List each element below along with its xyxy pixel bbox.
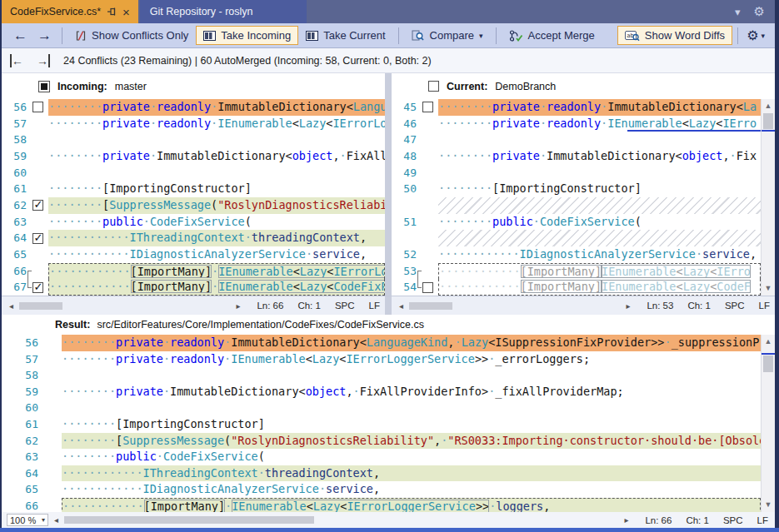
line-number: 60 <box>8 400 38 416</box>
show-word-diffs-button[interactable]: ab Show Word Diffs <box>617 26 732 45</box>
code-line[interactable]: 54············[ImportMany]IEnumerable<La… <box>392 279 761 296</box>
line-number: 45 <box>398 99 417 116</box>
line-checkbox[interactable] <box>32 102 43 112</box>
code-line[interactable]: 59········private·ImmutableDictionary<ob… <box>2 384 761 400</box>
code-line[interactable]: 46········private·readonly·IEnumerable<L… <box>392 116 761 132</box>
code-line[interactable]: 56········private·readonly·ImmutableDict… <box>2 99 385 116</box>
code-line[interactable]: 58 <box>2 132 385 148</box>
incoming-hscrollbar[interactable] <box>17 302 232 310</box>
take-incoming-button[interactable]: Take Incoming <box>196 26 298 45</box>
code-line[interactable]: 61········[ImportingConstructor] <box>2 181 385 197</box>
code-line[interactable]: 60 <box>2 165 385 181</box>
code-line[interactable]: 66············[ImportMany]·IEnumerable<L… <box>2 498 761 512</box>
line-number: 56 <box>8 99 27 116</box>
code-line[interactable]: 66············[ImportMany]·IEnumerable<L… <box>2 263 385 280</box>
line-number: 67 <box>8 279 27 296</box>
code-line[interactable]: 65············IDiagnosticAnalyzerService… <box>2 246 385 263</box>
code-line[interactable]: 50········[ImportingConstructor] <box>392 181 761 197</box>
window-bottom-border <box>0 528 779 532</box>
code-line[interactable]: 51········public·CodeFixService( <box>392 214 761 231</box>
close-icon[interactable]: × <box>122 6 130 18</box>
line-number: 65 <box>8 481 38 498</box>
pane-divider[interactable] <box>385 73 392 296</box>
line-checkbox[interactable] <box>32 282 43 293</box>
line-number <box>398 197 417 214</box>
dropdown-arrow-icon: ▾ <box>479 32 483 40</box>
code-line[interactable]: 58 <box>2 367 761 384</box>
code-line[interactable]: 56········private·readonly·ImmutableDict… <box>2 335 761 351</box>
scroll-thumb[interactable] <box>763 355 773 372</box>
compare-icon <box>412 30 425 42</box>
code-line[interactable]: 47 <box>392 132 761 148</box>
gear-icon: ⚙ <box>747 27 758 43</box>
scroll-left-arrow[interactable]: ◂ <box>397 301 406 311</box>
scroll-left-arrow[interactable]: ◂ <box>52 515 61 525</box>
scroll-thumb[interactable] <box>763 113 773 129</box>
result-hscrollbar[interactable] <box>62 516 620 524</box>
settings-button[interactable]: ⚙ ▾ <box>743 27 768 43</box>
scroll-down-arrow[interactable]: ▼ <box>762 282 775 295</box>
line-checkbox[interactable] <box>422 282 433 293</box>
column-indicator: Ch: 1 <box>687 301 711 311</box>
code-line[interactable]: 62········[SuppressMessage("RoslynDiagno… <box>2 197 385 214</box>
code-line[interactable]: 57········private·readonly·IEnumerable<L… <box>2 116 385 132</box>
code-line[interactable]: 64············IThreadingContext·threadin… <box>2 230 385 246</box>
line-number: 66 <box>8 263 27 280</box>
pin-icon[interactable] <box>107 7 117 17</box>
tab-strip: CodeFixService.cs* × Git Repository - ro… <box>2 0 775 23</box>
code-line[interactable]: 62········[SuppressMessage("RoslynDiagno… <box>2 433 761 450</box>
line-indicator: Ln: 66 <box>645 515 672 525</box>
current-vertical-scrollbar[interactable]: ▲ ▼ <box>761 99 775 296</box>
result-vertical-scrollbar[interactable]: ▲ ▼ <box>761 335 775 512</box>
line-number: 62 <box>8 433 38 450</box>
code-line[interactable]: 49 <box>392 165 761 181</box>
gear-icon[interactable]: ⚙ <box>754 4 765 19</box>
line-checkbox[interactable] <box>32 233 43 244</box>
code-line[interactable]: 63········public·CodeFixService( <box>2 449 761 465</box>
scroll-right-arrow[interactable]: ▸ <box>622 515 631 525</box>
code-line[interactable]: 52············IDiagnosticAnalyzerService… <box>392 246 761 263</box>
previous-conflict-button[interactable]: ← <box>10 54 23 67</box>
take-current-button[interactable]: Take Current <box>298 26 392 45</box>
code-line[interactable]: 57········private·readonly·IEnumerable<L… <box>2 351 761 368</box>
code-line[interactable]: 63········public·CodeFixService( <box>2 214 385 231</box>
line-checkbox[interactable] <box>32 200 43 211</box>
code-line[interactable]: 60 <box>2 400 761 416</box>
word-diff-box: IEnumerable<Lazy<IErrorLo <box>218 265 385 278</box>
code-line[interactable]: 48········private·ImmutableDictionary<ob… <box>392 148 761 165</box>
incoming-select-all-checkbox[interactable] <box>38 81 50 92</box>
chevron-down-icon[interactable]: ▾ <box>735 6 741 18</box>
line-number: 62 <box>8 197 27 214</box>
scroll-down-arrow[interactable]: ▼ <box>762 499 775 511</box>
code-line[interactable]: 65············IDiagnosticAnalyzerService… <box>2 481 761 498</box>
back-button[interactable]: ← <box>8 27 32 44</box>
scroll-thumb[interactable] <box>64 516 314 524</box>
scroll-thumb[interactable] <box>19 302 62 310</box>
code-line[interactable]: 67············[ImportMany]·IEnumerable<L… <box>2 279 385 296</box>
separator <box>496 27 497 44</box>
scroll-up-arrow[interactable]: ▲ <box>762 100 775 112</box>
scroll-up-arrow[interactable]: ▲ <box>762 336 775 348</box>
scroll-thumb[interactable] <box>409 302 452 310</box>
tab-label: Git Repository - roslyn <box>150 6 253 17</box>
line-number: 64 <box>8 230 27 246</box>
code-line[interactable]: 59········private·ImmutableDictionary<ob… <box>2 148 385 165</box>
zoom-select[interactable]: 100 % ▾ <box>7 514 48 526</box>
tab-codefixservice[interactable]: CodeFixService.cs* × <box>2 0 138 23</box>
scroll-left-arrow[interactable]: ◂ <box>7 301 16 311</box>
scroll-right-arrow[interactable]: ▸ <box>623 301 632 311</box>
tab-git-repository[interactable]: Git Repository - roslyn <box>140 0 307 23</box>
show-conflicts-only-button[interactable]: Show Conflicts Only <box>67 26 196 45</box>
compare-button[interactable]: Compare ▾ <box>404 26 491 45</box>
scroll-right-arrow[interactable]: ▸ <box>233 301 242 311</box>
next-conflict-button[interactable]: → <box>37 54 50 67</box>
accept-merge-button[interactable]: Accept Merge <box>502 26 602 45</box>
code-line[interactable]: 45········private·readonly·ImmutableDict… <box>392 99 761 116</box>
code-line[interactable]: 53············[ImportMany]IEnumerable<La… <box>392 263 761 280</box>
current-select-all-checkbox[interactable] <box>428 81 439 92</box>
current-hscrollbar[interactable] <box>407 302 622 310</box>
code-line[interactable]: 64············IThreadingContext·threadin… <box>2 465 761 482</box>
code-line[interactable]: 61········[ImportingConstructor] <box>2 416 761 433</box>
line-checkbox[interactable] <box>422 102 433 112</box>
forward-button[interactable]: → <box>32 27 57 44</box>
